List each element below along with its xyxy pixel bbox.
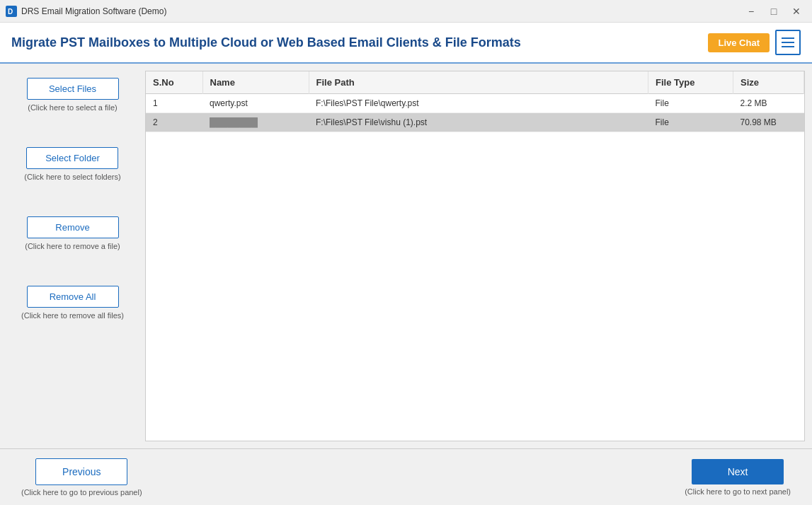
live-chat-button[interactable]: Live Chat: [708, 33, 770, 52]
menu-button[interactable]: [775, 30, 801, 55]
remove-button[interactable]: Remove: [27, 216, 119, 238]
remove-group: Remove (Click here to remove a file): [25, 216, 120, 250]
svg-text:D: D: [8, 8, 13, 16]
header-actions: Live Chat: [708, 30, 801, 55]
cell-filetype: File: [648, 113, 733, 132]
col-filepath: File Path: [309, 71, 648, 94]
file-table-area: S.No Name File Path File Type Size 1 qwe…: [145, 71, 805, 441]
menu-icon-line2: [782, 42, 794, 43]
col-filetype: File Type: [648, 71, 733, 94]
cell-sno: 1: [146, 94, 202, 113]
next-hint: (Click here to go to next panel): [685, 487, 791, 496]
main-content: Select Files (Click here to select a fil…: [0, 64, 812, 448]
previous-button[interactable]: Previous: [35, 458, 127, 485]
next-group: Next (Click here to go to next panel): [685, 459, 791, 496]
select-files-hint: (Click here to select a file): [28, 103, 118, 112]
app-icon: D: [6, 6, 17, 17]
cell-filepath: F:\Files\PST File\qwerty.pst: [309, 94, 648, 113]
cell-size: 70.98 MB: [733, 113, 804, 132]
remove-all-hint: (Click here to remove all files): [21, 311, 124, 320]
cell-name: ████████: [202, 113, 309, 132]
table-header-row: S.No Name File Path File Type Size: [146, 71, 804, 94]
menu-icon-line1: [782, 37, 794, 39]
cell-name: qwerty.pst: [202, 94, 309, 113]
cell-filetype: File: [648, 94, 733, 113]
col-sno: S.No: [146, 71, 202, 94]
previous-group: Previous (Click here to go to previous p…: [21, 458, 142, 497]
header-title: Migrate PST Mailboxes to Multiple Cloud …: [11, 35, 521, 50]
table-row[interactable]: 1 qwerty.pst F:\Files\PST File\qwerty.ps…: [146, 94, 804, 113]
header: Migrate PST Mailboxes to Multiple Cloud …: [0, 23, 812, 64]
select-files-button[interactable]: Select Files: [27, 78, 119, 100]
close-button[interactable]: ✕: [787, 4, 806, 18]
select-files-group: Select Files (Click here to select a fil…: [27, 78, 119, 112]
title-bar-text: DRS Email Migration Software (Demo): [21, 6, 741, 16]
title-bar-controls: − □ ✕: [741, 4, 806, 18]
cell-filepath: F:\Files\PST File\vishu (1).pst: [309, 113, 648, 132]
remove-hint: (Click here to remove a file): [25, 242, 120, 250]
remove-all-button[interactable]: Remove All: [27, 286, 119, 308]
maximize-button[interactable]: □: [764, 4, 784, 18]
select-folder-hint: (Click here to select folders): [24, 173, 120, 181]
previous-hint: (Click here to go to previous panel): [21, 488, 142, 497]
next-button[interactable]: Next: [692, 459, 784, 484]
menu-icon-line3: [782, 46, 794, 47]
title-bar: D DRS Email Migration Software (Demo) − …: [0, 0, 812, 23]
remove-all-group: Remove All (Click here to remove all fil…: [21, 286, 124, 320]
select-folder-button[interactable]: Select Folder: [26, 147, 118, 169]
minimize-button[interactable]: −: [741, 4, 761, 18]
file-table: S.No Name File Path File Type Size 1 qwe…: [146, 71, 804, 132]
cell-sno: 2: [146, 113, 202, 132]
sidebar: Select Files (Click here to select a fil…: [0, 64, 145, 448]
select-folder-group: Select Folder (Click here to select fold…: [24, 147, 120, 181]
table-row[interactable]: 2 ████████ F:\Files\PST File\vishu (1).p…: [146, 113, 804, 132]
cell-size: 2.2 MB: [733, 94, 804, 113]
col-name: Name: [202, 71, 309, 94]
col-size: Size: [733, 71, 804, 94]
footer: Previous (Click here to go to previous p…: [0, 448, 812, 505]
